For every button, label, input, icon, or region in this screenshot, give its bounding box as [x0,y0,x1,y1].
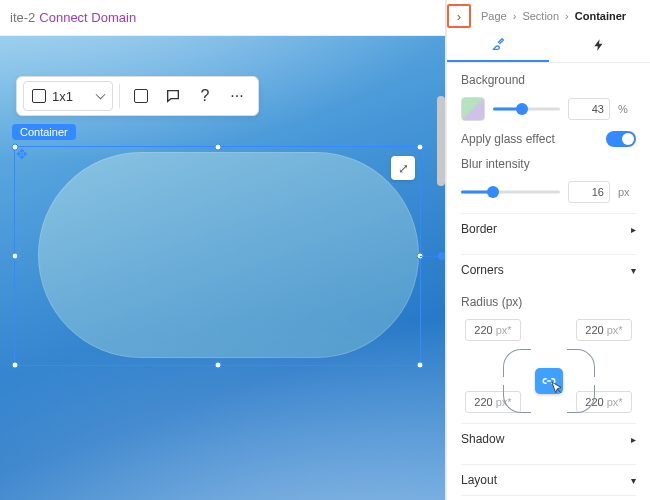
breadcrumb-section[interactable]: Section [522,10,559,22]
radius-preview-shape [503,349,595,413]
breadcrumb: Page › Section › Container [447,0,650,28]
link-icon [542,374,556,388]
stretch-button[interactable] [126,81,156,111]
chevron-down-icon: ▾ [631,475,636,486]
design-panel: Background 43 % Apply glass effect Blur … [447,63,650,500]
resize-handle-tl[interactable] [12,144,19,151]
blur-intensity-input[interactable]: 16 [568,181,610,203]
radius-label: Radius (px) [461,295,636,309]
grid-layout-label: 1x1 [52,89,73,104]
resize-handle-bl[interactable] [12,362,19,369]
resize-handle-tr[interactable] [417,144,424,151]
canvas[interactable]: 1x1 ? ··· Container ✥ ⤢ [0,36,445,500]
corners-label: Corners [461,263,504,277]
shadow-label: Shadow [461,432,504,446]
collapse-sidebar-button[interactable]: › [447,4,471,28]
selection-label: Container [12,124,76,140]
help-button[interactable]: ? [190,81,220,111]
breadcrumb-container: Container [575,10,626,22]
chevron-right-icon: › [513,10,517,22]
inspector-tabs [447,28,650,63]
selection-frame[interactable]: Container ✥ ⤢ [14,146,421,366]
resize-handle-ml[interactable] [12,253,19,260]
editor-pane: ite-2 Connect Domain 1x1 ? ··· Contai [0,0,446,500]
guide-anchor-dot[interactable] [438,252,445,260]
comments-button[interactable] [158,81,188,111]
blur-label: Blur intensity [461,157,636,171]
radius-top-right-input[interactable]: 220px* [576,319,632,341]
grid-icon [32,89,46,103]
chevron-down-icon: ▾ [631,265,636,276]
editor-topbar: ite-2 Connect Domain [0,0,445,36]
canvas-scrollbar[interactable] [437,96,445,186]
corners-section[interactable]: Corners ▾ [461,254,636,285]
connect-domain-link[interactable]: Connect Domain [39,10,136,25]
chevron-right-icon: ▸ [631,434,636,445]
site-name-fragment: ite-2 [10,10,35,25]
background-label: Background [461,73,636,87]
layout-section[interactable]: Layout ▾ [461,464,636,496]
border-label: Border [461,222,497,236]
layout-label: Layout [461,473,497,487]
tab-actions[interactable] [549,28,651,62]
corner-radius-control: 220px* 220px* 220px* 220px* [461,319,636,413]
background-pattern-swatch[interactable] [461,97,485,121]
more-button[interactable]: ··· [222,81,252,111]
background-opacity-slider[interactable] [493,102,560,116]
background-opacity-input[interactable]: 43 [568,98,610,120]
blur-intensity-slider[interactable] [461,185,560,199]
glass-effect-label: Apply glass effect [461,132,555,146]
glass-effect-toggle[interactable] [606,131,636,147]
inspector-sidebar: › Page › Section › Container Background [446,0,650,500]
element-toolbar: 1x1 ? ··· [16,76,259,116]
resize-handle-tm[interactable] [214,144,221,151]
resize-handle-bm[interactable] [214,362,221,369]
tab-design[interactable] [447,28,549,62]
chevron-right-icon: › [565,10,569,22]
resize-handle-br[interactable] [417,362,424,369]
blur-intensity-unit: px [618,186,636,198]
link-corners-button[interactable] [535,368,563,394]
border-section[interactable]: Border ▸ [461,213,636,244]
lightning-icon [592,38,606,52]
chevron-right-icon: ▸ [631,224,636,235]
selection-box [14,146,421,366]
radius-top-left-input[interactable]: 220px* [465,319,521,341]
grid-layout-dropdown[interactable]: 1x1 [23,81,113,111]
shadow-section[interactable]: Shadow ▸ [461,423,636,454]
breadcrumb-page[interactable]: Page [481,10,507,22]
brush-icon [490,36,506,52]
background-opacity-unit: % [618,103,636,115]
